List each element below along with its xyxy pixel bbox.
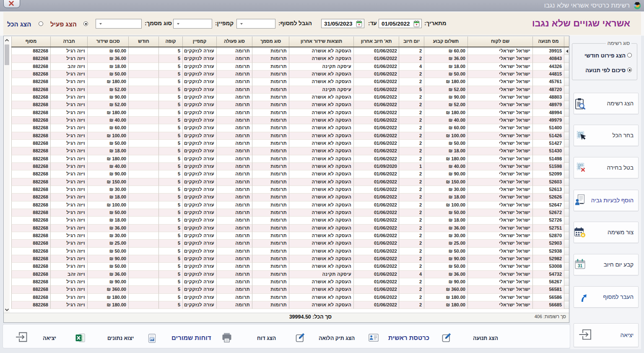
svg-text:31: 31 [578,264,583,268]
